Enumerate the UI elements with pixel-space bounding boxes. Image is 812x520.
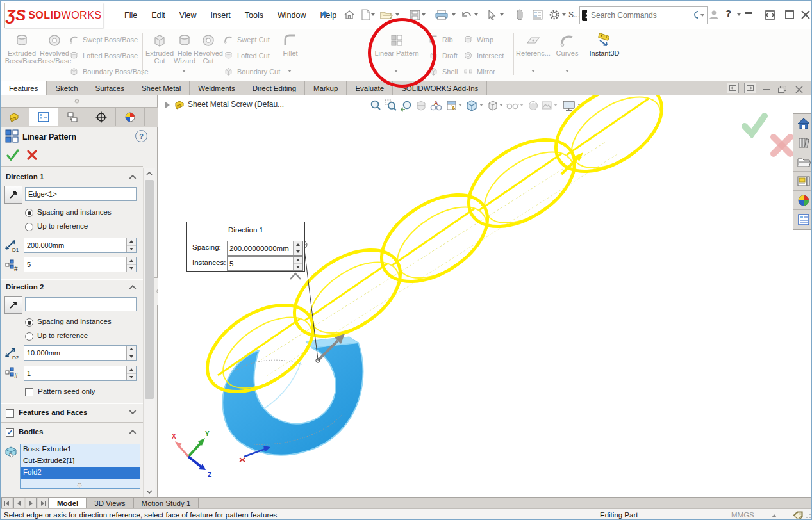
panel-scroll-down-button[interactable] <box>144 487 155 497</box>
hole-wizard-caret[interactable] <box>182 70 186 72</box>
prev-tab-button[interactable] <box>13 498 24 508</box>
appearances-scenes-button[interactable] <box>793 191 812 210</box>
direction2-spacing-radio-label[interactable]: Spacing and instances <box>37 318 112 325</box>
new-document-icon[interactable] <box>360 8 372 21</box>
wrap-button[interactable]: Wrap <box>463 34 493 45</box>
custom-properties-button[interactable] <box>793 210 812 229</box>
help-caret[interactable] <box>737 13 741 16</box>
pane-collapse-left-button[interactable] <box>727 83 739 93</box>
panel-scrollbar[interactable] <box>143 168 155 497</box>
pm-ok-button[interactable] <box>6 148 20 162</box>
direction1-upto-radio[interactable] <box>25 223 33 231</box>
callout-instances-spinner[interactable] <box>293 257 302 270</box>
search-caret[interactable] <box>700 14 704 17</box>
tab-surfaces[interactable]: Surfaces <box>87 81 133 95</box>
task-list-icon[interactable] <box>531 8 544 21</box>
viewport-canvas[interactable]: Sheet Metal Screw (Defau... A <box>158 95 812 497</box>
configuration-manager-tab[interactable] <box>58 108 87 126</box>
menu-file[interactable]: File <box>117 9 144 22</box>
document-close-button[interactable] <box>795 85 803 96</box>
print-icon[interactable] <box>435 8 448 21</box>
direction2-upto-radio-label[interactable]: Up to reference <box>37 332 88 339</box>
direction2-header[interactable]: Direction 2 <box>6 283 44 291</box>
callout-spacing-field[interactable]: 200.00000000mm <box>227 241 303 256</box>
undo-icon[interactable] <box>460 8 472 21</box>
print-caret[interactable] <box>452 13 456 16</box>
confirm-cancel-button[interactable] <box>769 133 795 158</box>
menu-tools[interactable]: Tools <box>238 9 270 22</box>
search-input[interactable] <box>588 11 693 20</box>
menu-window[interactable]: Window <box>270 9 313 22</box>
tag-icon[interactable] <box>792 510 804 520</box>
reference-geometry-caret[interactable] <box>531 70 535 72</box>
next-tab-button[interactable] <box>26 498 37 508</box>
reference-geometry-button[interactable]: Referenc... <box>515 33 552 58</box>
features-and-faces-checkbox[interactable] <box>6 409 14 418</box>
panel-scroll-thumb[interactable] <box>145 180 154 399</box>
close-button[interactable] <box>799 8 812 21</box>
restore-spread-button[interactable] <box>763 8 776 21</box>
linear-pattern-button[interactable]: Linear Pattern <box>367 33 426 58</box>
open-caret[interactable] <box>395 13 399 16</box>
tab-sketch[interactable]: Sketch <box>47 81 87 95</box>
help-button[interactable]: ? <box>725 8 731 19</box>
bodies-header[interactable]: Bodies <box>19 428 43 435</box>
tab-direct-editing[interactable]: Direct Editing <box>244 81 305 95</box>
callout-spacing-spinner[interactable] <box>293 241 302 255</box>
minimize-button[interactable] <box>745 12 752 14</box>
extruded-boss-base-button[interactable]: ExtrudedBoss/Base <box>4 33 40 65</box>
bodies-list-item[interactable]: Boss-Extrude1 <box>21 444 140 456</box>
lofted-cut-button[interactable]: Lofted Cut <box>224 50 270 61</box>
direction1-upto-radio-label[interactable]: Up to reference <box>37 222 88 230</box>
display-manager-tab[interactable] <box>116 108 145 126</box>
direction1-spacing-spinner[interactable] <box>126 238 136 252</box>
draft-button[interactable]: Draft <box>429 50 458 61</box>
tab-evaluate[interactable]: Evaluate <box>347 81 393 95</box>
document-minimize-button[interactable] <box>763 89 770 90</box>
curves-button[interactable]: Curves <box>549 33 585 58</box>
direction2-upto-radio[interactable] <box>25 332 33 341</box>
tab-features[interactable]: Features <box>1 81 47 95</box>
tab-3d-views[interactable]: 3D Views <box>87 498 133 509</box>
pm-help-icon[interactable]: ? <box>135 130 147 142</box>
direction1-spacing-field[interactable]: 200.000mm <box>24 238 137 253</box>
curves-caret[interactable] <box>565 70 569 72</box>
direction1-collapse-icon[interactable] <box>129 175 137 179</box>
direction2-instances-field[interactable]: 1 <box>24 366 137 381</box>
direction2-reference-button[interactable] <box>4 296 22 314</box>
lofted-boss-base-button[interactable]: Lofted Boss/Base <box>69 50 138 61</box>
tab-markup[interactable]: Markup <box>305 81 347 95</box>
direction1-header[interactable]: Direction 1 <box>6 173 44 181</box>
home-icon[interactable] <box>343 8 356 21</box>
select-cursor-icon[interactable] <box>485 8 498 21</box>
home-tab-button[interactable] <box>793 114 812 133</box>
panel-splitter-grip[interactable] <box>74 98 80 104</box>
direction1-instances-spinner[interactable] <box>126 257 136 272</box>
linear-pattern-caret[interactable] <box>394 70 398 72</box>
callout-instances-field[interactable]: 5 <box>227 256 303 271</box>
search-flyout-icon[interactable] <box>581 9 587 22</box>
features-and-faces-expand-icon[interactable] <box>129 410 137 414</box>
feature-manager-tab[interactable] <box>1 108 29 126</box>
save-caret[interactable] <box>422 13 426 16</box>
tab-sheet-metal[interactable]: Sheet Metal <box>133 81 190 95</box>
undo-caret[interactable] <box>474 13 478 16</box>
direction2-spacing-radio[interactable] <box>25 318 33 327</box>
dimxpert-manager-tab[interactable] <box>87 108 116 126</box>
fillet-button[interactable]: Fillet <box>272 33 308 58</box>
settings-truncated-label[interactable]: S... <box>568 10 580 19</box>
panel-scroll-up-button[interactable] <box>144 168 155 179</box>
save-icon[interactable] <box>408 8 421 21</box>
direction1-instances-field[interactable]: 5 <box>24 257 137 272</box>
swept-cut-button[interactable]: Swept Cut <box>224 34 270 45</box>
fillet-caret[interactable] <box>288 70 292 72</box>
bodies-list-grip[interactable] <box>76 482 83 489</box>
direction2-reference-field[interactable] <box>25 297 137 311</box>
mirror-button[interactable]: Mirror <box>463 66 495 77</box>
direction1-reference-button[interactable] <box>4 186 22 204</box>
direction2-collapse-icon[interactable] <box>129 285 137 289</box>
search-commands-box[interactable] <box>579 6 708 24</box>
menu-insert[interactable]: Insert <box>204 9 238 22</box>
design-library-button[interactable] <box>793 133 812 152</box>
select-caret[interactable] <box>500 13 504 16</box>
